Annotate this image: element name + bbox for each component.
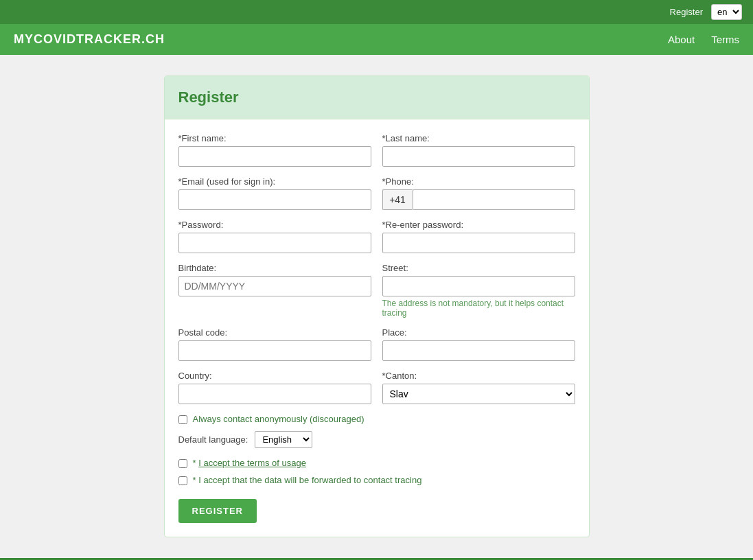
password-label: *Password:: [178, 220, 371, 230]
first-name-input[interactable]: [178, 146, 371, 167]
main-nav: About Terms: [668, 34, 739, 45]
email-group: *Email (used for sign in):: [178, 176, 371, 210]
first-name-label: *First name:: [178, 133, 371, 143]
postal-code-input[interactable]: [178, 340, 371, 361]
register-card-header: Register: [165, 76, 589, 119]
email-phone-row: *Email (used for sign in): *Phone: +41: [178, 176, 575, 210]
phone-number-input[interactable]: [413, 189, 575, 210]
nav-about[interactable]: About: [668, 34, 695, 45]
country-label: Country:: [178, 371, 371, 381]
country-input[interactable]: [178, 384, 371, 404]
phone-group: *Phone: +41: [382, 176, 575, 210]
birthdate-input[interactable]: [178, 276, 371, 296]
register-card: Register *First name: *Last name: *Email…: [164, 75, 590, 537]
data-forward-label: * I accept that the data will be forward…: [193, 475, 422, 485]
language-row: Default language: English Deutsch França…: [178, 431, 575, 448]
language-selector[interactable]: en de fr it: [711, 4, 742, 20]
site-logo: MYCOVIDTRACKER.CH: [14, 32, 165, 47]
place-label: Place:: [382, 327, 575, 338]
name-row: *First name: *Last name:: [178, 133, 575, 167]
place-input[interactable]: [382, 340, 575, 361]
canton-label: *Canton:: [382, 371, 575, 381]
street-group: Street: The address is not mandatory, bu…: [382, 263, 575, 318]
register-title: Register: [178, 89, 575, 106]
register-button[interactable]: REGISTER: [178, 499, 257, 523]
address-hint: The address is not mandatory, but it hel…: [382, 299, 575, 318]
phone-input-group: +41: [382, 189, 575, 210]
password-group: *Password:: [178, 220, 371, 253]
reenter-password-label: *Re-enter password:: [382, 220, 575, 230]
terms-link[interactable]: I accept the terms of usage: [198, 458, 306, 468]
first-name-group: *First name:: [178, 133, 371, 167]
birthdate-label: Birthdate:: [178, 263, 371, 273]
password-input[interactable]: [178, 233, 371, 253]
header: MYCOVIDTRACKER.CH About Terms: [0, 24, 753, 55]
data-forward-row: * I accept that the data will be forward…: [178, 475, 575, 485]
topbar: Register en de fr it: [0, 0, 753, 24]
password-row: *Password: *Re-enter password:: [178, 220, 575, 253]
email-label: *Email (used for sign in):: [178, 176, 371, 187]
register-card-body: *First name: *Last name: *Email (used fo…: [165, 119, 589, 537]
nav-terms[interactable]: Terms: [711, 34, 739, 45]
reenter-password-input[interactable]: [382, 233, 575, 253]
last-name-input[interactable]: [382, 146, 575, 167]
street-input[interactable]: [382, 276, 575, 296]
postal-place-row: Postal code: Place:: [178, 327, 575, 361]
birthdate-street-row: Birthdate: Street: The address is not ma…: [178, 263, 575, 318]
email-input[interactable]: [178, 189, 371, 210]
phone-prefix: +41: [382, 189, 413, 210]
terms-text: * I accept the terms of usage: [193, 458, 306, 468]
default-language-label: Default language:: [178, 434, 248, 445]
terms-checkbox-row: * I accept the terms of usage: [178, 458, 575, 468]
birthdate-group: Birthdate:: [178, 263, 371, 318]
anonymous-row: Always contact anonymously (discouraged): [178, 414, 575, 424]
anonymous-label: Always contact anonymously (discouraged): [193, 414, 364, 424]
phone-label: *Phone:: [382, 176, 575, 187]
anonymous-checkbox[interactable]: [178, 415, 187, 424]
terms-checkbox[interactable]: [178, 459, 187, 468]
country-group: Country:: [178, 371, 371, 404]
canton-group: *Canton: Slav AGAIAR BEBLBS FRGEGL GRJUL…: [382, 371, 575, 404]
postal-code-group: Postal code:: [178, 327, 371, 361]
country-canton-row: Country: *Canton: Slav AGAIAR BEBLBS FRG…: [178, 371, 575, 404]
main-content: Register *First name: *Last name: *Email…: [0, 55, 753, 558]
postal-code-label: Postal code:: [178, 327, 371, 338]
canton-select[interactable]: Slav AGAIAR BEBLBS FRGEGL GRJULU NENWOW …: [382, 384, 575, 404]
reenter-password-group: *Re-enter password:: [382, 220, 575, 253]
default-language-select[interactable]: English Deutsch Français Italiano: [255, 431, 312, 448]
last-name-group: *Last name:: [382, 133, 575, 167]
topbar-register-label: Register: [670, 7, 703, 17]
street-label: Street:: [382, 263, 575, 273]
data-forward-checkbox[interactable]: [178, 476, 187, 485]
place-group: Place:: [382, 327, 575, 361]
last-name-label: *Last name:: [382, 133, 575, 143]
